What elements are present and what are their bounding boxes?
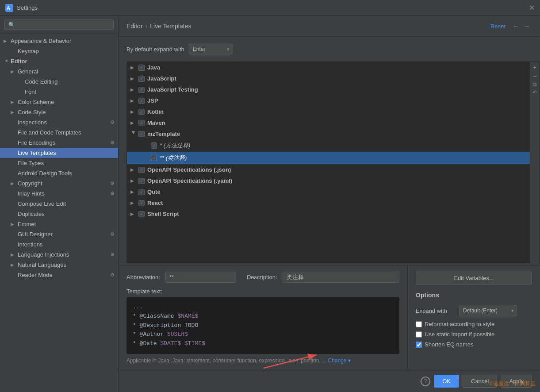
expand-tri-shell-script: ▶ [130, 211, 137, 216]
chk-mz-method[interactable] [151, 142, 157, 149]
chk-maven[interactable] [138, 120, 145, 126]
sidebar-item-compose-live-edit[interactable]: Compose Live Edit [0, 199, 118, 209]
sidebar-item-language-injections[interactable]: ▶ Language Injections ⚙ [0, 250, 118, 260]
dialog-footer: ? OK Cancel Apply [119, 370, 540, 392]
tree-row-js-testing[interactable]: ▶ JavaScript Testing [127, 84, 530, 95]
sidebar-item-natural-languages[interactable]: ▶ Natural Languages [0, 260, 118, 270]
tree-row-mztemplate[interactable]: ▶ mzTemplate [127, 128, 530, 139]
row-label-java: Java [147, 64, 160, 71]
tree-row-javascript[interactable]: ▶ JavaScript [127, 73, 530, 84]
chk-mztemplate[interactable] [138, 131, 145, 137]
tree-row-qute[interactable]: ▶ Qute [127, 186, 530, 197]
sidebar-label-copyright: Copyright [18, 180, 42, 187]
sidebar-item-intentions[interactable]: Intentions [0, 239, 118, 250]
expand-with-select[interactable]: Enter Tab Space [189, 44, 233, 54]
sidebar-item-code-style[interactable]: ▶ Code Style [0, 107, 118, 117]
close-button[interactable]: ✕ [529, 4, 535, 12]
sidebar-label-emmet: Emmet [18, 221, 36, 227]
tree-row-openapi-json[interactable]: ▶ OpenAPI Specifications (.json) [127, 164, 530, 175]
change-link[interactable]: Change ▾ [328, 357, 351, 364]
search-input[interactable] [4, 19, 114, 30]
desc-input[interactable] [283, 272, 399, 283]
sidebar-item-editor[interactable]: ▼ Editor [0, 56, 118, 66]
tree-row-mz-class[interactable]: ** (类注释) [127, 152, 530, 164]
expand-tri-openapi-json: ▶ [130, 167, 137, 172]
chk-react[interactable] [138, 200, 145, 206]
sidebar-item-color-scheme[interactable]: ▶ Color Scheme [0, 97, 118, 107]
sidebar-item-duplicates[interactable]: Duplicates [0, 209, 118, 219]
chk-shell-script[interactable] [138, 211, 145, 217]
row-label-maven: Maven [147, 119, 165, 126]
ok-button[interactable]: OK [434, 375, 459, 388]
sidebar-label-keymap: Keymap [18, 48, 39, 54]
chk-qute[interactable] [138, 189, 145, 195]
chk-openapi-json[interactable] [138, 167, 145, 173]
tree-row-mz-method[interactable]: * (方法注释) [127, 139, 530, 152]
code-line-2: * @Description TODO [133, 321, 393, 331]
tree-row-kotlin[interactable]: ▶ Kotlin [127, 106, 530, 117]
edit-variables-button[interactable]: Edit Variables... [416, 272, 532, 284]
help-button[interactable]: ? [421, 377, 430, 386]
reformat-label: Reformat according to style [425, 321, 494, 327]
static-import-label: Use static import if possible [425, 331, 494, 338]
sidebar-item-inspections[interactable]: Inspections ⚙ [0, 117, 118, 127]
sidebar-item-keymap[interactable]: Keymap [0, 46, 118, 56]
abbrev-input[interactable] [165, 272, 236, 283]
shorten-eq-row: Shorten EQ names [416, 341, 532, 348]
reset-button[interactable]: Reset [490, 23, 506, 30]
expand-arrow-copyright: ▶ [11, 181, 16, 186]
static-import-checkbox[interactable] [416, 331, 422, 338]
chk-js[interactable] [138, 76, 145, 82]
forward-button[interactable]: → [523, 22, 530, 30]
sidebar-item-emmet[interactable]: ▶ Emmet [0, 219, 118, 229]
tree-row-openapi-yaml[interactable]: ▶ OpenAPI Specifications (.yaml) [127, 175, 530, 186]
sidebar-item-file-encodings[interactable]: File Encodings ⚙ [0, 138, 118, 148]
chk-js-testing[interactable] [138, 87, 145, 93]
shorten-eq-label: Shorten EQ names [425, 341, 474, 348]
sidebar-item-appearance[interactable]: ▶ Appearance & Behavior [0, 36, 118, 46]
back-button[interactable]: ← [513, 22, 520, 30]
chk-kotlin[interactable] [138, 109, 145, 115]
chk-openapi-yaml[interactable] [138, 178, 145, 184]
tree-row-java[interactable]: ▶ Java [127, 62, 530, 73]
template-tree: ▶ Java ▶ JavaScript [127, 62, 530, 263]
sidebar-item-file-types[interactable]: File Types [0, 158, 118, 168]
tree-row-shell-script[interactable]: ▶ Shell Script [127, 208, 530, 219]
sidebar-item-reader-mode[interactable]: Reader Mode ⚙ [0, 270, 118, 280]
copy-button[interactable]: ⧉ [533, 81, 537, 88]
expand-with-label: By default expand with [126, 46, 184, 53]
expand-tri-mztemplate: ▶ [131, 131, 136, 137]
sidebar-item-general[interactable]: ▶ General [0, 66, 118, 77]
tree-row-jsp[interactable]: ▶ JSP [127, 95, 530, 106]
expand-arrow-emmet: ▶ [11, 222, 16, 227]
sidebar-label-live-templates: Live Templates [18, 150, 56, 156]
chk-jsp[interactable] [138, 98, 145, 104]
cancel-button[interactable]: Cancel [463, 375, 497, 388]
tree-row-maven[interactable]: ▶ Maven [127, 117, 530, 128]
code-line-1: * @ClassName $NAME$ [133, 312, 393, 321]
restore-button[interactable]: ↶ [532, 89, 537, 96]
row-label-mz-method: * (方法注释) [160, 142, 190, 150]
sidebar-item-font[interactable]: Font [0, 87, 118, 97]
sidebar-label-appearance: Appearance & Behavior [11, 38, 71, 44]
sidebar-item-live-templates[interactable]: Live Templates [0, 148, 118, 158]
expand-options-select[interactable]: Default (Enter) Enter Tab Space [459, 305, 517, 316]
sidebar-item-code-editing[interactable]: Code Editing [0, 77, 118, 87]
apply-button[interactable]: Apply [501, 375, 532, 388]
reformat-checkbox[interactable] [416, 321, 422, 327]
remove-button[interactable]: − [533, 73, 536, 80]
sidebar-tree: ▶ Appearance & Behavior Keymap ▼ Editor … [0, 34, 118, 392]
sidebar-item-copyright[interactable]: ▶ Copyright ⚙ [0, 178, 118, 188]
reformat-row: Reformat according to style [416, 321, 532, 327]
sidebar-item-android-design-tools[interactable]: Android Design Tools [0, 168, 118, 178]
tree-row-react[interactable]: ▶ React [127, 197, 530, 208]
sidebar-item-file-code-templates[interactable]: File and Code Templates [0, 127, 118, 138]
add-button[interactable]: + [533, 64, 536, 71]
sidebar-item-gui-designer[interactable]: GUI Designer ⚙ [0, 229, 118, 239]
template-code-area[interactable]: ... * @ClassName $NAME$ * @Description T… [126, 297, 399, 354]
sidebar-item-inlay-hints[interactable]: Inlay Hints ⚙ [0, 188, 118, 199]
file-encodings-icon: ⚙ [110, 140, 115, 146]
shorten-eq-checkbox[interactable] [416, 342, 422, 348]
chk-java[interactable] [138, 65, 145, 71]
chk-mz-class[interactable] [151, 155, 157, 161]
